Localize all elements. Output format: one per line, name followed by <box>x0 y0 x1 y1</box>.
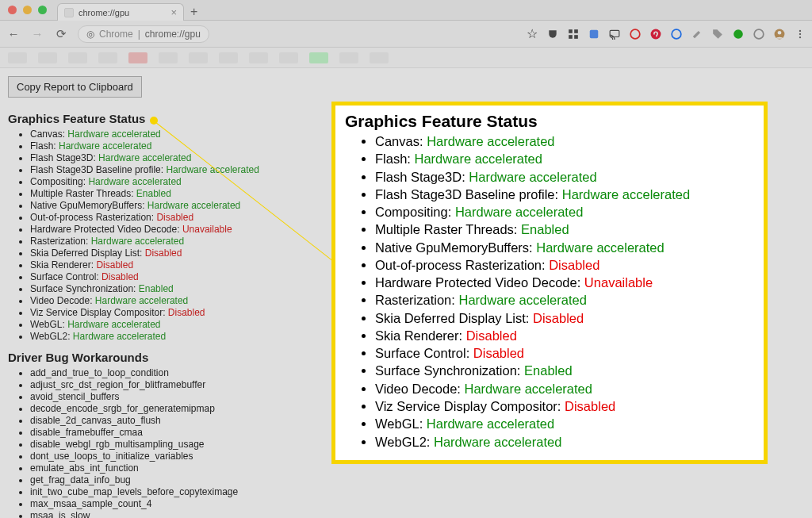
chrome-scheme-icon: ◎ <box>86 29 94 40</box>
svg-rect-0 <box>569 29 573 33</box>
feature-name: WebGL: <box>30 319 67 330</box>
bookmark-item[interactable] <box>159 52 178 63</box>
edit-icon[interactable] <box>691 29 703 40</box>
circle-green-icon[interactable] <box>733 29 744 40</box>
address-input[interactable]: ◎ Chrome | chrome://gpu <box>78 25 209 43</box>
feature-row: Rasterization: Hardware accelerated <box>375 291 754 309</box>
bookmark-item[interactable] <box>370 52 389 63</box>
feature-status: Disabled <box>168 307 205 318</box>
feature-row: Canvas: Hardware accelerated <box>375 132 754 150</box>
svg-point-15 <box>799 36 801 37</box>
traffic-light-minimize[interactable] <box>23 6 32 14</box>
grid-icon[interactable] <box>568 29 579 40</box>
feature-name: Out-of-process Rasterization: <box>30 212 156 223</box>
svg-rect-1 <box>574 29 578 33</box>
workaround-item: msaa_is_slow <box>30 510 804 519</box>
feature-row: Hardware Protected Video Decode: Unavail… <box>375 274 754 291</box>
feature-status: Hardware accelerated <box>427 416 554 431</box>
feature-status: Hardware accelerated <box>88 176 181 187</box>
bookmark-item[interactable] <box>8 52 27 63</box>
circle-red-icon[interactable] <box>630 29 641 40</box>
feature-name: Surface Synchronization: <box>30 283 139 294</box>
feature-status: Hardware accelerated <box>465 382 592 396</box>
traffic-light-close[interactable] <box>8 6 17 14</box>
feature-status: Disabled <box>473 346 524 360</box>
forward-button[interactable]: → <box>30 27 44 40</box>
feature-name: WebGL: <box>375 416 427 431</box>
feature-row: Surface Control: Disabled <box>375 344 754 362</box>
address-sep: | <box>138 29 140 40</box>
feature-status: Disabled <box>96 259 133 271</box>
badge-icon[interactable] <box>588 29 599 40</box>
svg-rect-4 <box>590 29 599 38</box>
feature-row: Video Decode: Hardware accelerated <box>375 380 754 397</box>
feature-status: Enabled <box>524 363 573 378</box>
avatar-icon[interactable] <box>774 29 785 40</box>
back-button[interactable]: ← <box>6 27 21 40</box>
bookmark-item[interactable] <box>309 52 328 63</box>
bookmark-item[interactable] <box>219 52 238 63</box>
bookmark-item[interactable] <box>189 52 208 63</box>
feature-name: Flash Stage3D Baseline profile: <box>30 164 166 175</box>
tag-icon[interactable] <box>712 29 723 40</box>
bookmark-item[interactable] <box>249 52 268 63</box>
feature-name: Rasterization: <box>30 236 91 247</box>
feature-status: Disabled <box>565 399 615 413</box>
feature-status: Hardware accelerated <box>98 152 191 163</box>
feature-status: Hardware accelerated <box>91 236 184 247</box>
circle-grey-icon[interactable] <box>753 29 764 40</box>
feature-status: Enabled <box>136 188 171 199</box>
feature-row: Native GpuMemoryBuffers: Hardware accele… <box>375 239 754 256</box>
feature-status: Disabled <box>102 271 139 282</box>
new-tab-button[interactable]: + <box>190 5 197 19</box>
annotation-dot <box>150 117 158 125</box>
feature-status: Hardware accelerated <box>415 152 542 166</box>
svg-rect-5 <box>610 30 619 36</box>
feature-status: Hardware accelerated <box>147 200 240 211</box>
feature-name: Compositing: <box>30 176 88 187</box>
feature-status: Disabled <box>156 212 193 223</box>
bookmark-item[interactable] <box>38 52 57 63</box>
bookmark-item[interactable] <box>128 52 147 63</box>
svg-point-6 <box>630 29 640 39</box>
address-url: chrome://gpu <box>145 29 201 40</box>
circle-blue-icon[interactable] <box>671 29 682 40</box>
browser-tab[interactable]: chrome://gpu × <box>57 3 184 21</box>
feature-name: Multiple Raster Threads: <box>30 188 136 199</box>
feature-status: Disabled <box>466 328 517 343</box>
toolbar-right: ☆ <box>527 29 806 40</box>
pinterest-icon[interactable] <box>650 29 661 40</box>
bookmark-item[interactable] <box>279 52 298 63</box>
bookmarks-bar <box>0 48 812 68</box>
star-icon[interactable]: ☆ <box>527 29 538 40</box>
traffic-light-zoom[interactable] <box>38 6 47 14</box>
bookmark-item[interactable] <box>339 52 358 63</box>
svg-rect-2 <box>569 35 573 39</box>
workaround-item: init_two_cube_map_levels_before_copytexi… <box>30 486 804 498</box>
feature-row: Surface Synchronization: Enabled <box>375 362 754 379</box>
feature-status: Enabled <box>139 283 174 294</box>
tab-close-icon[interactable]: × <box>170 7 177 17</box>
bookmark-item[interactable] <box>98 52 117 63</box>
feature-status: Enabled <box>521 222 569 236</box>
reload-button[interactable]: ⟳ <box>54 27 68 41</box>
feature-name: Flash Stage3D: <box>375 170 469 184</box>
feature-name: Flash Stage3D Baseline profile: <box>375 187 562 201</box>
address-scheme: Chrome <box>99 29 133 40</box>
cast-icon[interactable] <box>609 29 620 40</box>
svg-rect-3 <box>574 35 578 39</box>
feature-name: WebGL2: <box>30 331 73 342</box>
feature-row: Flash Stage3D Baseline profile: Hardware… <box>375 186 754 203</box>
menu-icon[interactable] <box>795 29 806 40</box>
pocket-icon[interactable] <box>547 29 558 40</box>
feature-status: Hardware accelerated <box>562 187 690 201</box>
svg-point-7 <box>651 29 661 39</box>
copy-report-button[interactable]: Copy Report to Clipboard <box>8 76 142 98</box>
svg-point-8 <box>672 29 681 39</box>
feature-status: Hardware accelerated <box>434 435 561 449</box>
bookmark-item[interactable] <box>68 52 87 63</box>
feature-status: Hardware accelerated <box>67 129 160 140</box>
feature-row: Skia Deferred Display List: Disabled <box>375 309 754 327</box>
feature-status: Hardware accelerated <box>95 295 188 306</box>
feature-status: Hardware accelerated <box>458 293 586 307</box>
